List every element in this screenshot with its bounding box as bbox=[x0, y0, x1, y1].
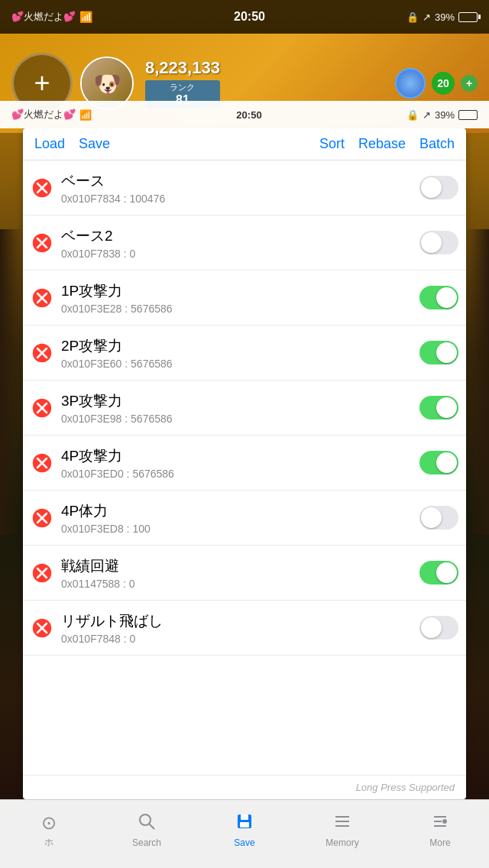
delete-button[interactable] bbox=[31, 342, 53, 364]
status-right: 🔒 ↗ 39% bbox=[406, 11, 478, 23]
status2-lock: 🔒 bbox=[406, 109, 419, 121]
toggle-switch[interactable] bbox=[419, 176, 458, 199]
svg-line-28 bbox=[149, 824, 154, 829]
arrow-icon: ↗ bbox=[423, 11, 431, 23]
toggle-switch[interactable] bbox=[419, 341, 458, 364]
status2-carrier: 💕火燃だよ💕 bbox=[11, 108, 76, 121]
load-button[interactable]: Load bbox=[34, 136, 65, 152]
item-name: ベース bbox=[61, 171, 419, 191]
batch-button[interactable]: Batch bbox=[419, 136, 455, 152]
item-info: 4P体力0x010F3ED8 : 100 bbox=[61, 501, 419, 535]
tab-memory[interactable]: Memory bbox=[293, 800, 391, 868]
item-info: 2P攻撃力0x010F3E60 : 5676586 bbox=[61, 336, 419, 370]
list-item: 1P攻撃力0x010F3E28 : 5676586 bbox=[23, 270, 466, 326]
toggle-knob bbox=[421, 617, 442, 638]
battery-icon bbox=[458, 12, 478, 22]
tab-app-icon: ⊙ bbox=[41, 812, 57, 834]
delete-button[interactable] bbox=[31, 232, 53, 254]
tab-app-label: ホ bbox=[44, 836, 53, 849]
status-bar: 💕火燃だよ💕 📶 20:50 🔒 ↗ 39% bbox=[0, 0, 489, 34]
svg-rect-30 bbox=[241, 815, 248, 820]
delete-button[interactable] bbox=[31, 507, 53, 530]
item-name: 3P攻撃力 bbox=[61, 391, 419, 411]
toggle-knob bbox=[436, 562, 457, 583]
delete-button[interactable] bbox=[31, 617, 53, 640]
wifi-icon: 📶 bbox=[79, 11, 92, 23]
toggle-knob bbox=[421, 232, 442, 253]
tab-app[interactable]: ⊙ ホ bbox=[0, 800, 98, 868]
status2-right: 🔒 ↗ 39% bbox=[406, 109, 478, 121]
toggle-switch[interactable] bbox=[419, 506, 458, 530]
toggle-knob bbox=[421, 507, 442, 528]
delete-button[interactable] bbox=[31, 452, 53, 474]
item-info: ベース0x010F7834 : 100476 bbox=[61, 171, 419, 205]
status2-arrow: ↗ bbox=[423, 109, 431, 121]
svg-rect-31 bbox=[240, 822, 249, 828]
status2-left: 💕火燃だよ💕 📶 bbox=[11, 108, 92, 121]
toggle-knob bbox=[436, 452, 457, 473]
item-info: 3P攻撃力0x010F3E98 : 5676586 bbox=[61, 391, 419, 425]
item-name: 4P攻撃力 bbox=[61, 446, 419, 466]
rebase-button[interactable]: Rebase bbox=[358, 136, 406, 152]
toggle-switch[interactable] bbox=[419, 286, 458, 309]
item-name: 2P攻撃力 bbox=[61, 336, 419, 356]
item-addr: 0x010F7848 : 0 bbox=[61, 633, 419, 645]
item-addr: 0x01147588 : 0 bbox=[61, 578, 419, 590]
tab-save-icon bbox=[235, 812, 254, 835]
sort-button[interactable]: Sort bbox=[319, 136, 345, 152]
header-right: 20 + bbox=[395, 68, 478, 99]
toggle-knob bbox=[436, 287, 457, 308]
tab-more-label: More bbox=[429, 837, 450, 848]
cheat-list: ベース0x010F7834 : 100476 ベース20x010F7838 : … bbox=[23, 160, 466, 775]
list-item: 戦績回避0x01147588 : 0 bbox=[23, 546, 466, 601]
item-addr: 0x010F3ED0 : 5676586 bbox=[61, 468, 419, 480]
item-addr: 0x010F3ED8 : 100 bbox=[61, 523, 419, 535]
toggle-knob bbox=[421, 177, 442, 198]
delete-button[interactable] bbox=[31, 177, 53, 199]
toggle-switch[interactable] bbox=[419, 231, 458, 254]
status2-battery-icon bbox=[458, 110, 478, 120]
lock-icon: 🔒 bbox=[406, 11, 419, 23]
toggle-switch[interactable] bbox=[419, 616, 458, 640]
list-item: リザルト飛ばし0x010F7848 : 0 bbox=[23, 601, 466, 656]
status2-wifi: 📶 bbox=[79, 109, 92, 121]
battery-percent: 39% bbox=[435, 11, 455, 23]
carrier-text: 💕火燃だよ💕 bbox=[11, 10, 76, 24]
status-time: 20:50 bbox=[234, 10, 265, 24]
svg-point-37 bbox=[443, 820, 446, 823]
list-item: 4P攻撃力0x010F3ED0 : 5676586 bbox=[23, 436, 466, 491]
delete-button[interactable] bbox=[31, 287, 53, 309]
side-left bbox=[0, 229, 23, 535]
item-addr: 0x010F3E98 : 5676586 bbox=[61, 413, 419, 425]
delete-button[interactable] bbox=[31, 562, 53, 585]
tab-save-label: Save bbox=[234, 837, 254, 848]
item-name: 1P攻撃力 bbox=[61, 281, 419, 301]
item-addr: 0x010F3E28 : 5676586 bbox=[61, 303, 419, 315]
list-item: ベース0x010F7834 : 100476 bbox=[23, 160, 466, 215]
item-addr: 0x010F7834 : 100476 bbox=[61, 193, 419, 205]
status-left: 💕火燃だよ💕 📶 bbox=[11, 10, 92, 24]
tab-search-label: Search bbox=[132, 837, 161, 848]
status2-time: 20:50 bbox=[236, 109, 261, 121]
toggle-knob bbox=[436, 397, 457, 418]
tab-search[interactable]: Search bbox=[98, 800, 196, 868]
item-info: ベース20x010F7838 : 0 bbox=[61, 226, 419, 260]
tab-memory-label: Memory bbox=[325, 837, 358, 848]
toggle-switch[interactable] bbox=[419, 451, 458, 474]
save-button[interactable]: Save bbox=[79, 136, 110, 152]
list-item: 4P体力0x010F3ED8 : 100 bbox=[23, 491, 466, 546]
item-info: 4P攻撃力0x010F3ED0 : 5676586 bbox=[61, 446, 419, 480]
item-name: ベース2 bbox=[61, 226, 419, 246]
item-info: リザルト飛ばし0x010F7848 : 0 bbox=[61, 611, 419, 645]
svg-point-27 bbox=[140, 815, 151, 825]
toggle-switch[interactable] bbox=[419, 561, 458, 585]
tab-more-icon bbox=[431, 812, 449, 835]
tab-more[interactable]: More bbox=[391, 800, 489, 868]
toggle-switch[interactable] bbox=[419, 396, 458, 419]
delete-button[interactable] bbox=[31, 397, 53, 419]
item-info: 戦績回避0x01147588 : 0 bbox=[61, 556, 419, 590]
tab-save[interactable]: Save bbox=[196, 800, 293, 868]
item-name: 戦績回避 bbox=[61, 556, 419, 576]
item-addr: 0x010F3E60 : 5676586 bbox=[61, 358, 419, 370]
toggle-knob bbox=[436, 342, 457, 363]
